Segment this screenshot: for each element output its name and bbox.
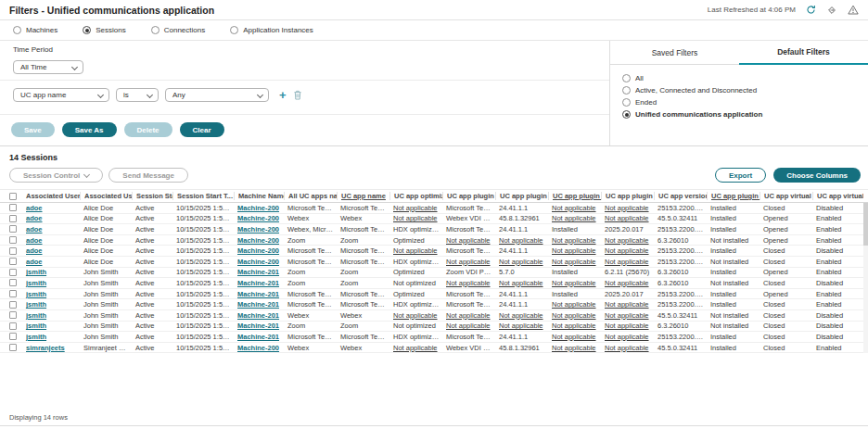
vertical-scrollbar[interactable] xyxy=(863,203,868,353)
row-checkbox[interactable] xyxy=(9,322,17,330)
machine-link[interactable]: Machine-200 xyxy=(234,225,284,233)
radio-selected-icon xyxy=(83,26,91,34)
filter-option-ended[interactable]: Ended xyxy=(622,98,868,107)
column-header-uc-app-plugin-i[interactable]: UC app plugin i... xyxy=(548,192,601,200)
machine-link[interactable]: Machine-200 xyxy=(234,204,284,212)
alerts-icon[interactable] xyxy=(848,5,859,15)
row-checkbox[interactable] xyxy=(9,215,17,222)
cell: Microsoft Teams xyxy=(284,258,337,266)
column-header-uc-app-virtual[interactable]: UC app virtual ... xyxy=(760,192,812,200)
filter-option-all[interactable]: All xyxy=(622,74,868,82)
row-checkbox[interactable] xyxy=(9,333,17,340)
entity-radio-sessions[interactable]: Sessions xyxy=(83,26,125,34)
refresh-icon[interactable] xyxy=(806,5,816,15)
user-link[interactable]: adoe xyxy=(22,236,80,245)
user-link[interactable]: adoe xyxy=(22,225,80,233)
user-link[interactable]: jsmith xyxy=(22,300,80,309)
remove-filter-button[interactable] xyxy=(293,90,302,100)
column-header-uc-app-plugin[interactable]: UC app plugin ... xyxy=(707,192,760,200)
row-count-text: Displaying 14 rows xyxy=(9,413,68,422)
column-header-uc-app-version[interactable]: UC app version xyxy=(654,192,707,200)
column-header-uc-app-name[interactable]: UC app name xyxy=(337,192,389,200)
row-checkbox[interactable] xyxy=(9,258,17,265)
machine-link[interactable]: Machine-200 xyxy=(234,246,284,255)
user-link[interactable]: jsmith xyxy=(22,322,80,330)
machine-link[interactable]: Machine-201 xyxy=(234,333,284,341)
row-checkbox[interactable] xyxy=(9,279,17,286)
time-period-select[interactable]: All Time xyxy=(13,60,83,74)
tab-default-filters[interactable]: Default Filters xyxy=(739,41,868,65)
cell: Not applicable xyxy=(601,279,654,287)
machine-link[interactable]: Machine-201 xyxy=(234,300,284,309)
row-checkbox[interactable] xyxy=(9,290,17,297)
user-link[interactable]: jsmith xyxy=(22,268,80,276)
select-all-checkbox[interactable] xyxy=(9,193,17,200)
row-checkbox[interactable] xyxy=(9,204,17,211)
column-header-uc-app-plugin[interactable]: UC app plugin ... xyxy=(495,192,548,200)
entity-radio-machines[interactable]: Machines xyxy=(13,26,57,34)
column-header-uc-app-optimiz[interactable]: UC app optimiz... xyxy=(389,192,442,200)
user-link[interactable]: jsmith xyxy=(22,333,80,341)
user-link[interactable]: adoe xyxy=(22,214,80,222)
send-message-button[interactable]: Send Message xyxy=(108,168,188,183)
delete-button[interactable]: Delete xyxy=(124,122,172,137)
cell: 25153.2200.3699.4... xyxy=(654,300,707,309)
machine-link[interactable]: Machine-201 xyxy=(234,290,284,298)
row-checkbox[interactable] xyxy=(9,225,17,233)
column-header-uc-app-virtual[interactable]: UC app virtual ... xyxy=(812,192,863,200)
user-link[interactable]: jsmith xyxy=(22,290,80,298)
machine-link[interactable]: Machine-200 xyxy=(234,344,284,352)
cell: 10/15/2025 1:55 PM xyxy=(172,279,234,287)
cell: Optimized xyxy=(389,236,442,245)
filter-value-select[interactable]: Any xyxy=(165,88,269,102)
user-link[interactable]: jsmith xyxy=(22,311,80,320)
column-header-associated-user[interactable]: Associated User↑ xyxy=(22,192,80,200)
machine-link[interactable]: Machine-200 xyxy=(234,236,284,245)
user-link[interactable]: simranjeets xyxy=(22,344,80,352)
machine-link[interactable]: Machine-201 xyxy=(234,311,284,320)
scrollbar-thumb[interactable] xyxy=(863,203,868,246)
table-row: adoeAlice DoeActive10/15/2025 1:55 PMMac… xyxy=(0,203,868,214)
tab-saved-filters[interactable]: Saved Filters xyxy=(610,41,739,65)
filter-option-active-connected-and-disconnected[interactable]: Active, Connected and Disconnected xyxy=(622,86,868,95)
save-as-button[interactable]: Save As xyxy=(62,122,117,137)
entity-radio-application-instances[interactable]: Application Instances xyxy=(230,26,313,34)
cell: Not applicable xyxy=(601,300,654,309)
row-checkbox[interactable] xyxy=(9,247,17,255)
popout-icon[interactable] xyxy=(826,5,837,16)
cell: 24.41.1.1 xyxy=(495,333,548,341)
column-header-all-uc-apps-na[interactable]: All UC apps na... xyxy=(284,192,337,200)
machine-link[interactable]: Machine-201 xyxy=(234,322,284,330)
column-header-associated-use[interactable]: Associated Use... xyxy=(80,192,132,200)
machine-link[interactable]: Machine-200 xyxy=(234,258,284,266)
save-button[interactable]: Save xyxy=(11,122,55,137)
row-checkbox[interactable] xyxy=(9,269,17,276)
session-control-button[interactable]: Session Control xyxy=(9,168,103,183)
cell: Microsoft Teams VD... xyxy=(442,204,495,212)
clear-button[interactable]: Clear xyxy=(180,122,224,137)
column-header-session-state[interactable]: Session State xyxy=(132,192,172,200)
machine-link[interactable]: Machine-200 xyxy=(234,214,284,222)
row-checkbox[interactable] xyxy=(9,236,17,244)
export-button[interactable]: Export xyxy=(715,168,766,183)
user-link[interactable]: adoe xyxy=(22,258,80,266)
filter-option-unified-communications-application[interactable]: Unified communications application xyxy=(622,110,868,119)
filter-operator-select[interactable]: is xyxy=(116,88,159,102)
user-link[interactable]: adoe xyxy=(22,246,80,255)
machine-link[interactable]: Machine-201 xyxy=(234,268,284,276)
entity-radio-connections[interactable]: Connections xyxy=(151,26,205,34)
add-filter-button[interactable]: + xyxy=(279,88,287,102)
choose-columns-button[interactable]: Choose Columns xyxy=(773,168,861,183)
column-header-uc-app-plugin[interactable]: UC app plugin ... xyxy=(442,192,495,200)
column-header-machine-name[interactable]: Machine Name xyxy=(234,192,284,200)
machine-link[interactable]: Machine-201 xyxy=(234,279,284,287)
column-header-session-start-t[interactable]: Session Start T... xyxy=(172,192,234,200)
row-checkbox[interactable] xyxy=(9,344,17,351)
user-link[interactable]: jsmith xyxy=(22,279,80,287)
row-checkbox[interactable] xyxy=(9,301,17,309)
row-checkbox[interactable] xyxy=(9,311,17,319)
filter-field-select[interactable]: UC app name xyxy=(13,88,109,102)
user-link[interactable]: adoe xyxy=(22,204,80,212)
column-header-uc-app-plugin[interactable]: UC app plugin ... xyxy=(601,192,654,200)
cell: 24.41.1.1 xyxy=(495,204,548,212)
